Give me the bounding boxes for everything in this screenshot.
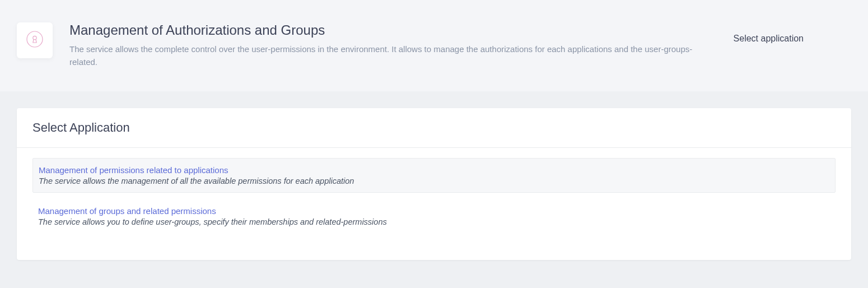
option-desc: The service allows the management of all… (39, 176, 829, 185)
page-title: Management of Authorizations and Groups (69, 22, 717, 38)
content-wrapper: Select Application Management of permiss… (0, 91, 868, 277)
page-header: Management of Authorizations and Groups … (0, 0, 868, 91)
option-link-permissions-apps[interactable]: Management of permissions related to app… (39, 165, 228, 175)
svg-point-0 (27, 31, 43, 47)
select-application-card: Select Application Management of permiss… (17, 108, 851, 260)
option-row-permissions-apps[interactable]: Management of permissions related to app… (32, 158, 836, 193)
card-header: Select Application (17, 108, 851, 148)
option-row-groups[interactable]: Management of groups and related permiss… (32, 199, 836, 233)
option-link-groups[interactable]: Management of groups and related permiss… (38, 206, 216, 216)
header-text-group: Management of Authorizations and Groups … (69, 22, 717, 69)
keyhole-icon (26, 30, 44, 50)
card-title: Select Application (32, 120, 836, 135)
option-desc: The service allows you to define user-gr… (38, 217, 830, 226)
breadcrumb-current: Select application (734, 22, 851, 44)
header-icon-tile (17, 22, 53, 58)
page-description: The service allows the complete control … (69, 43, 717, 69)
svg-point-1 (33, 36, 36, 39)
card-body: Management of permissions related to app… (17, 148, 851, 260)
